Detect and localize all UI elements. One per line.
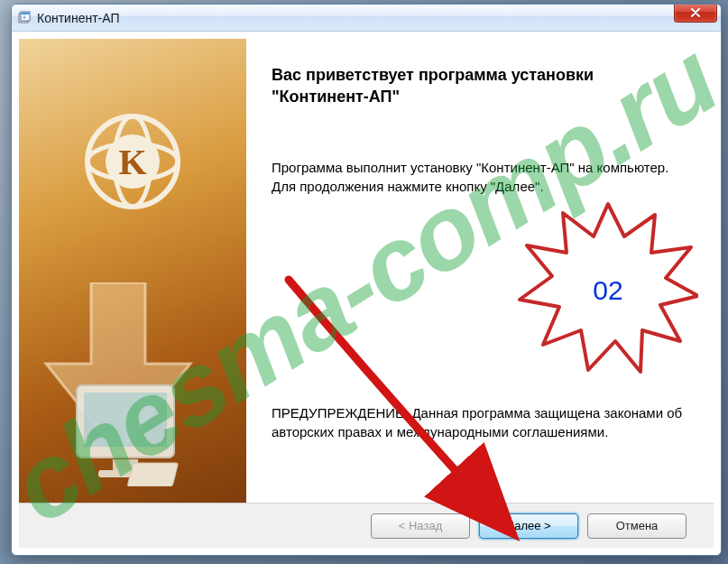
- computer-monitor-icon: [64, 378, 199, 486]
- close-icon: [690, 8, 701, 17]
- installer-window: Континент-АП K: [11, 4, 722, 556]
- window-title: Континент-АП: [37, 11, 119, 25]
- wizard-intro-text: Программа выполнит установку "Континент-…: [272, 158, 690, 196]
- wizard-heading: Вас приветствует программа установки "Ко…: [272, 64, 690, 108]
- side-banner: K: [19, 39, 246, 503]
- wizard-warning-text: ПРЕДУПРЕЖДЕНИЕ. Данная программа защищен…: [272, 403, 690, 441]
- titlebar: Континент-АП: [12, 5, 721, 32]
- svg-rect-2: [22, 13, 29, 14]
- svg-rect-9: [84, 393, 167, 447]
- button-row: < Назад Далее > Отмена: [19, 503, 714, 548]
- installer-icon: [17, 11, 32, 25]
- close-button[interactable]: [674, 4, 717, 23]
- wizard-main: Вас приветствует программа установки "Ко…: [246, 39, 714, 503]
- continent-k-logo-icon: K: [82, 111, 183, 212]
- svg-text:K: K: [118, 142, 146, 182]
- wizard-content: K Вас приветствует программа установки "…: [19, 39, 714, 503]
- cancel-button[interactable]: Отмена: [587, 513, 687, 539]
- svg-rect-12: [127, 463, 178, 486]
- next-button[interactable]: Далее >: [479, 513, 578, 539]
- client-area: K Вас приветствует программа установки "…: [19, 39, 714, 548]
- back-button: < Назад: [371, 513, 470, 539]
